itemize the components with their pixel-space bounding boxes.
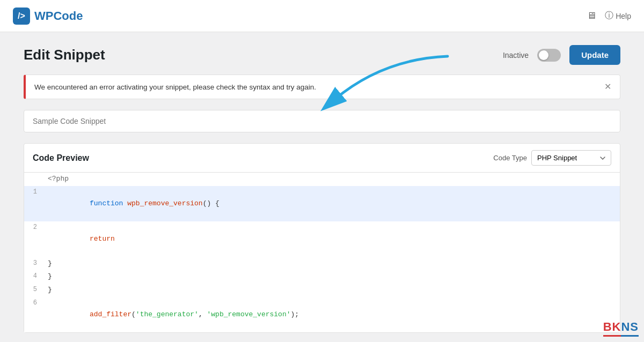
line-number: 5: [24, 284, 43, 296]
function-name: wpb_remove_version: [127, 199, 202, 207]
line-number: 2: [24, 221, 43, 234]
code-line: 5 }: [24, 284, 620, 297]
code-line: 4 }: [24, 270, 620, 284]
bkns-s: S: [630, 320, 639, 333]
active-toggle[interactable]: [537, 49, 561, 62]
header-controls: Inactive Update: [503, 45, 620, 65]
logo-wp: WP: [34, 9, 53, 23]
string-arg1: 'the_generator': [136, 310, 199, 318]
inactive-label: Inactive: [503, 51, 529, 60]
line-number: 3: [24, 257, 43, 270]
logo-code: Code: [53, 9, 83, 23]
error-close-button[interactable]: ✕: [604, 83, 611, 91]
code-type-select[interactable]: PHP Snippet HTML Snippet CSS Snippet Jav…: [531, 150, 611, 166]
code-preview-section: Code Preview Code Type PHP Snippet HTML …: [24, 143, 620, 333]
line-content: <?php: [43, 173, 620, 186]
error-banner: We encountered an error activating your …: [24, 75, 620, 99]
bkns-text: BKNS: [603, 320, 639, 333]
line-number: [24, 173, 43, 185]
line-number: 4: [24, 270, 43, 282]
paren: () {: [203, 199, 219, 207]
paren-close: );: [291, 310, 299, 318]
line-number: 1: [24, 186, 43, 198]
code-type-label: Code Type: [493, 154, 527, 162]
code-editor: <?php 1 function wpb_remove_version() { …: [24, 173, 620, 332]
code-preview-header: Code Preview Code Type PHP Snippet HTML …: [24, 144, 620, 173]
header: /> WPCode 🖥 ⓘ Help: [0, 0, 644, 32]
snippet-name-input[interactable]: [24, 110, 620, 132]
bkns-n: N: [621, 320, 630, 333]
function-call: add_filter: [90, 310, 131, 318]
line-content: }: [43, 257, 620, 271]
code-line: 3 }: [24, 257, 620, 271]
code-type-wrapper: Code Type PHP Snippet HTML Snippet CSS S…: [493, 150, 611, 166]
line-content: }: [43, 270, 620, 284]
code-line: 2 return: [24, 221, 620, 257]
logo-text: WPCode: [34, 9, 83, 23]
page-title: Edit Snippet: [24, 47, 105, 63]
help-circle-icon: ⓘ: [605, 10, 613, 21]
line-number: 6: [24, 297, 43, 309]
code-line: 1 function wpb_remove_version() {: [24, 186, 620, 221]
update-button[interactable]: Update: [569, 45, 620, 65]
error-message: We encountered an error activating your …: [34, 83, 316, 91]
paren-open: (: [131, 310, 136, 318]
code-line: 6 add_filter('the_generator', 'wpb_remov…: [24, 297, 620, 332]
bkns-line: [603, 335, 639, 337]
bkns-k: K: [612, 320, 621, 333]
help-button[interactable]: ⓘ Help: [605, 10, 631, 21]
bkns-b: B: [603, 320, 612, 333]
code-preview-title: Code Preview: [33, 153, 89, 163]
bkns-watermark: BKNS: [603, 320, 639, 337]
logo-icon-text: />: [18, 11, 25, 21]
string-arg2: 'wpb_remove_version': [207, 310, 290, 318]
help-label: Help: [616, 12, 631, 20]
logo: /> WPCode: [13, 8, 83, 25]
line-content: }: [43, 284, 620, 297]
keyword-return: return: [90, 235, 115, 243]
keyword-function: function: [90, 199, 127, 207]
edit-snippet-header: Edit Snippet Inactive Update: [24, 45, 620, 65]
logo-icon: />: [13, 8, 30, 25]
toggle-slider: [537, 49, 561, 62]
screen-icon[interactable]: 🖥: [587, 10, 596, 21]
page-content: Edit Snippet Inactive Update We encounte…: [11, 32, 633, 342]
code-line: <?php: [24, 173, 620, 186]
line-content: function wpb_remove_version() {: [43, 186, 620, 221]
comma: ,: [199, 310, 207, 318]
header-right: 🖥 ⓘ Help: [587, 10, 631, 21]
line-content: add_filter('the_generator', 'wpb_remove_…: [43, 297, 620, 332]
line-content: return: [43, 221, 620, 257]
